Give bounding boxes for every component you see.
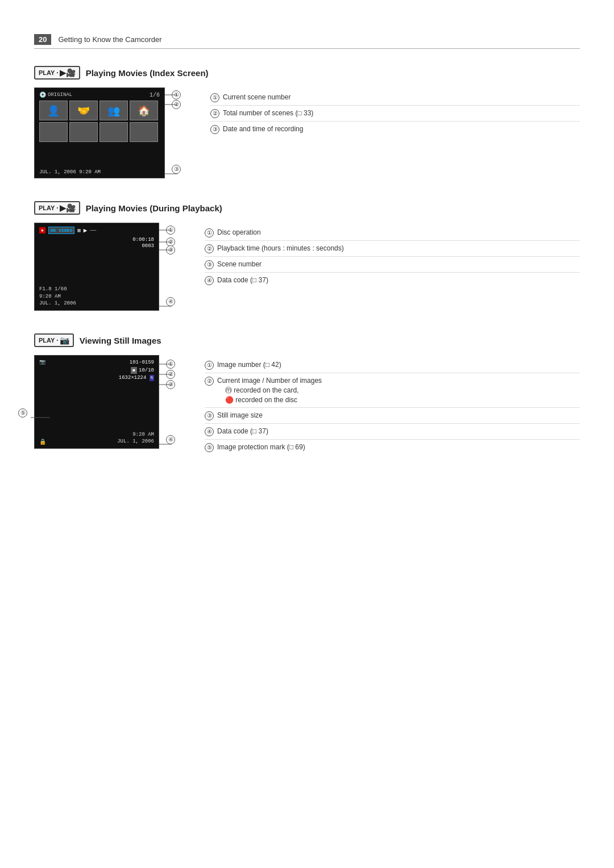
ann-text-p3: Scene number [217,260,262,269]
section-content-index: 💿 ORIGINAL 1/6 👤 🤝 👥 🏠 [34,87,580,178]
annotation-index-2: ② Total number of scenes (□ 33) [210,106,580,122]
ann-text-p4: Data code (□ 37) [217,276,268,285]
playback-screen: ● HD VIDEO ▦ ▶ —— 0:00:18 0003 F1.8 1/60 [34,223,159,311]
index-date-bar: JUL. 1, 2006 9:20 AM [39,169,160,175]
ann-text-s1: Image number (□ 42) [217,360,281,370]
annotation-still-5: ⑤ Image protection mark (□ 69) [205,440,580,455]
still-bottom: 9:20 AM JUL. 1, 2006 [117,431,154,445]
film-icon-2: ▶🎥 [60,203,76,212]
thumb-shape-4: 🏠 [130,101,157,120]
pb-screen-container: ● HD VIDEO ▦ ▶ —— 0:00:18 0003 F1.8 1/60 [34,223,159,311]
pb-scene: 0003 [142,243,154,249]
pb-time: 0:00:18 [132,237,154,243]
ann-num-i1: ① [210,93,219,102]
thumb-1: 👤 [39,101,68,120]
thumb-shape-1: 👤 [40,101,67,120]
orig-label: ORIGINAL [48,92,72,98]
ann-num-p3: ③ [205,260,214,269]
annotations-pb: ① Disc operation ② Playback time (hours … [205,225,580,288]
callout-2-index: ② [172,100,181,109]
section-still: PLAY · 📷 Viewing Still Images ⑤ 📷 10 [34,333,580,455]
ann-num-s4: ④ [205,427,214,436]
play-badge-playback: PLAY · ▶🎥 [34,201,80,215]
pb-bottom2: 9:20 AM [39,293,76,301]
page: 20 Getting to Know the Camcorder PLAY · … [0,0,614,868]
thumb-3: 👥 [99,101,128,120]
still-top-left: 📷 [39,359,45,365]
ann-text-s4: Data code (□ 37) [217,427,268,436]
film-icon-1: ▶🎥 [60,68,76,77]
play-sym: ▶ [84,227,88,234]
play-icon-3: PLAY [39,337,55,344]
camera-icon-3: 📷 [60,336,69,345]
hd-video-badge: HD VIDEO [48,227,74,234]
page-number: 20 [34,34,51,45]
ann-num-i2: ② [210,109,219,118]
ann-text-i2: Total number of scenes (□ 33) [223,108,313,118]
callout-1-pb: ① [166,226,175,235]
disc-mode-badge: ● [39,227,45,233]
annotations-still: ① Image number (□ 42) ② Current image / … [205,357,580,455]
pb-bottom: F1.8 1/60 9:20 AM JUL. 1, 2006 [39,286,76,307]
thumb-6 [69,122,98,142]
callout-2-still: ② [166,370,175,379]
page-header: 20 Getting to Know the Camcorder [34,34,580,49]
disc-icon: 💿 [39,91,46,98]
index-fraction: 1/6 [150,92,160,98]
callout-4-pb: ④ [166,297,175,306]
pb-scene-value: 0003 [142,243,154,249]
still-screen-container: ⑤ 📷 101-0159 ■ 10/10 1632×122 [34,355,159,449]
callout-4-still: ④ [166,435,175,444]
pb-time-value: 0:00:18 [132,237,154,243]
callout-3-still: ③ [166,380,175,389]
still-top-right: 101-0159 ■ 10/10 1632×1224 N [119,359,154,382]
ann-num-s5: ⑤ [205,443,214,452]
ann-text-i1: Current scene number [223,93,291,102]
play-icon-1: PLAY [39,69,55,76]
section-title-still: Viewing Still Images [80,336,161,345]
callout-1-still: ① [166,360,175,369]
section-index: PLAY · ▶🎥 Playing Movies (Index Screen) … [34,66,580,178]
ann-num-p2: ② [205,244,214,253]
annotation-still-3: ③ Still image size [205,408,580,424]
annotation-still-4: ④ Data code (□ 37) [205,424,580,440]
card-icon-still: 📷 [39,360,45,365]
ann-text-s5: Image protection mark (□ 69) [217,443,305,452]
thumb-2: 🤝 [69,101,98,120]
ann-num-p1: ① [205,228,214,237]
annotation-still-1: ① Image number (□ 42) [205,357,580,373]
play-icon-2: PLAY [39,205,55,211]
annotation-pb-1: ① Disc operation [205,225,580,241]
ann-num-i3: ③ [210,125,219,134]
thumbnails-row-1: 👤 🤝 👥 🏠 [39,101,160,120]
play-badge-still: PLAY · 📷 [34,333,74,347]
thumb-shape-3: 👥 [100,101,127,120]
still-screen: 📷 101-0159 ■ 10/10 1632×1224 N [34,355,159,449]
section-playback: PLAY · ▶🎥 Playing Movies (During Playbac… [34,201,580,311]
play-dot-1: · [56,69,58,77]
pb-extra: —— [90,228,96,233]
still-size: 1632×1224 N [119,374,154,382]
annotation-pb-4: ④ Data code (□ 37) [205,273,580,288]
callout-3-index: ③ [172,165,181,174]
ann-num-s3: ③ [205,411,214,420]
still-img-num: 101-0159 [119,359,154,367]
still-count-line: ■ 10/10 [119,367,154,375]
still-count: 10/10 [139,367,154,375]
thumb-5 [39,122,68,142]
size-badge: N [150,375,154,381]
edit-icon-pb: ▦ [77,227,80,233]
still-ann2b: 🔴 recorded on the disc [225,396,297,404]
still-time: 9:20 AM [117,431,154,439]
still-date: JUL. 1, 2006 [117,438,154,445]
play-dot-2: · [56,204,58,212]
section-header-still: PLAY · 📷 Viewing Still Images [34,333,580,347]
callout-3-pb: ③ [166,245,175,254]
protect-icon: 🔒 [39,439,46,445]
still-protect: 🔒 [39,439,46,445]
still-size-val: 1632×1224 [119,375,147,381]
play-badge-index: PLAY · ▶🎥 [34,66,80,80]
pb-bottom3: JUL. 1, 2006 [39,300,76,307]
thumbnails-row-2 [39,122,160,142]
annotations-index: ① Current scene number ② Total number of… [210,90,580,137]
